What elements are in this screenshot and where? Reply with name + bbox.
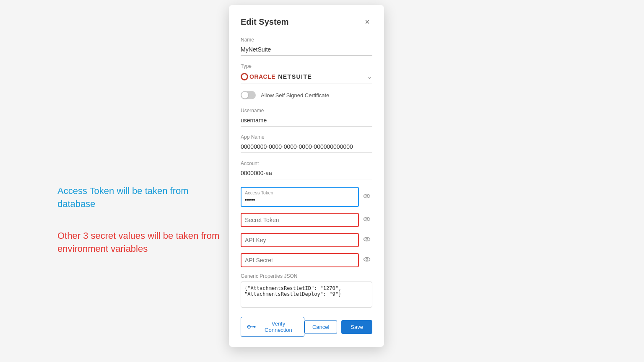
api-key-input[interactable] — [245, 237, 355, 243]
svg-point-5 — [366, 238, 368, 240]
oracle-netsuite-brand: ORACLE NETSUITE — [241, 73, 312, 80]
access-token-input[interactable] — [245, 197, 355, 203]
json-label: Generic Properties JSON — [241, 273, 372, 279]
api-secret-row — [241, 253, 372, 267]
access-token-field: Access Token — [241, 187, 359, 207]
account-label: Account — [241, 160, 372, 166]
api-key-row — [241, 233, 372, 247]
svg-point-4 — [364, 237, 370, 241]
username-label: Username — [241, 108, 372, 114]
api-secret-eye-button[interactable] — [361, 256, 372, 265]
toggle-knob — [242, 92, 248, 98]
toggle-label: Allow Self Signed Certificate — [261, 92, 329, 98]
verify-connection-button[interactable]: Verify Connection — [241, 317, 304, 337]
annotation-blue: Access Token will be taken from database — [57, 185, 217, 211]
api-key-field — [241, 233, 359, 247]
account-input[interactable] — [241, 168, 372, 179]
svg-point-6 — [364, 257, 370, 261]
api-secret-input[interactable] — [245, 257, 355, 264]
name-field-group: Name — [241, 37, 372, 56]
appname-label: App Name — [241, 134, 372, 140]
api-key-eye-button[interactable] — [361, 235, 372, 245]
access-token-label: Access Token — [245, 190, 355, 195]
oracle-text: ORACLE — [249, 73, 275, 80]
type-field-group: Type ORACLE NETSUITE ⌄ — [241, 63, 372, 83]
name-label: Name — [241, 37, 372, 43]
cancel-button[interactable]: Cancel — [304, 320, 337, 334]
modal-footer: Verify Connection Cancel Save — [241, 317, 372, 337]
json-group: Generic Properties JSON {"AttachmentsRes… — [241, 273, 372, 309]
secret-token-input[interactable] — [245, 217, 355, 223]
oracle-logo: ORACLE — [241, 73, 275, 80]
annotation-red: Other 3 secret values will be taken from… — [57, 230, 225, 256]
modal-title: Edit System — [241, 17, 288, 27]
toggle-row: Allow Self Signed Certificate — [241, 91, 372, 99]
save-button[interactable]: Save — [341, 320, 372, 334]
account-field-group: Account — [241, 160, 372, 179]
verify-label: Verify Connection — [259, 321, 298, 333]
svg-point-7 — [366, 258, 368, 260]
username-field-group: Username — [241, 108, 372, 127]
svg-point-3 — [366, 218, 368, 220]
access-token-row: Access Token — [241, 187, 372, 207]
netsuite-text: NETSUITE — [278, 73, 312, 80]
chevron-down-icon: ⌄ — [367, 72, 372, 80]
json-textarea[interactable]: {"AttachmentsRestletID": "1270", "Attach… — [241, 282, 372, 308]
access-token-eye-button[interactable] — [361, 192, 372, 202]
svg-point-0 — [364, 194, 370, 198]
svg-point-1 — [366, 195, 368, 197]
svg-point-2 — [364, 217, 370, 221]
edit-system-modal: Edit System × Name Type ORACLE NETSUITE … — [229, 5, 384, 347]
svg-point-9 — [248, 326, 249, 328]
secret-token-row — [241, 213, 372, 227]
name-input[interactable] — [241, 44, 372, 56]
secret-token-field — [241, 213, 359, 227]
appname-input[interactable] — [241, 142, 372, 153]
modal-header: Edit System × — [241, 17, 372, 27]
svg-point-12 — [254, 326, 256, 328]
oracle-o-icon — [241, 73, 248, 80]
username-input[interactable] — [241, 115, 372, 127]
footer-right-buttons: Cancel Save — [304, 320, 372, 334]
verify-icon — [247, 324, 256, 330]
appname-field-group: App Name — [241, 134, 372, 153]
secret-token-eye-button[interactable] — [361, 215, 372, 225]
type-label: Type — [241, 63, 372, 69]
api-secret-field — [241, 253, 359, 267]
self-signed-toggle[interactable] — [241, 91, 256, 99]
type-select[interactable]: ORACLE NETSUITE ⌄ — [241, 71, 372, 83]
close-button[interactable]: × — [362, 17, 372, 27]
